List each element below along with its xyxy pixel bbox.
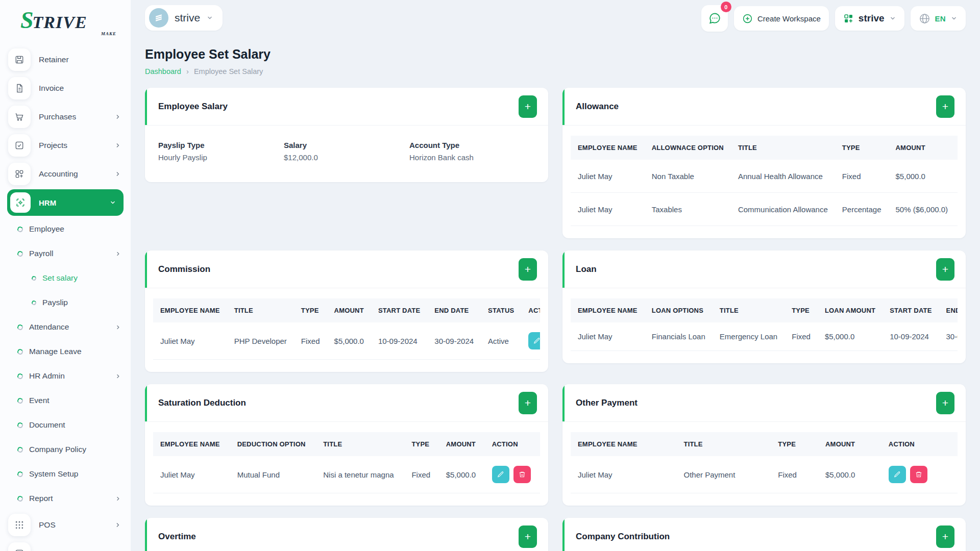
add-loan-button[interactable]: + [936,258,954,281]
retainer-icon [8,48,31,71]
edit-button[interactable] [492,466,509,483]
sidebar-item-projects[interactable]: Projects [0,131,131,160]
field-value: Hourly Payslip [158,153,284,162]
sidebar-item-employee[interactable]: Employee [0,217,131,241]
overtime-card-header: Overtime + [145,518,548,551]
sidebar-item-label: Payslip [42,298,121,307]
column-header: STATUS [481,298,521,322]
column-header: EMPLOYEE NAME [153,432,230,456]
add-commission-button[interactable]: + [519,258,537,281]
brand-tagline: MAKE [101,31,116,36]
edit-button[interactable] [889,466,906,483]
dot-icon [31,275,37,281]
column-header: TYPE [294,298,327,322]
sidebar-item-manage-leave[interactable]: Manage Leave [0,339,131,364]
language-selector[interactable]: EN [911,6,966,31]
breadcrumb-dashboard-link[interactable]: Dashboard [145,67,181,76]
sidebar-item-attendance[interactable]: Attendance [0,315,131,339]
saturation-deduction-card-header: Saturation Deduction + [145,384,548,422]
add-company-contribution-button[interactable]: + [936,525,954,548]
sidebar-item-hr-admin[interactable]: HR Admin [0,364,131,388]
cell-amount: $5,000.0 [439,456,485,493]
edit-button[interactable] [528,332,540,349]
dot-icon [17,470,24,478]
cell-deduction-option: Mutual Fund [230,456,316,493]
field-label: Account Type [409,141,535,149]
cell-employee-name: Juliet May [153,322,227,360]
sidebar-item-label: System Setup [29,469,121,479]
column-header: TITLE [677,432,771,456]
employee-salary-fields: Payslip Type Hourly Payslip Salary $12,0… [145,126,548,182]
workspace-selector[interactable]: strive [145,5,223,31]
cell-start-date: 10-09-2024 [371,322,427,360]
sidebar-item-event[interactable]: Event [0,388,131,413]
add-icon: + [525,397,531,409]
delete-button[interactable] [910,466,927,483]
cell-type: Percentage [835,193,889,226]
add-allowance-button[interactable]: + [936,95,954,118]
cell-amount: $5,000.0 [889,160,955,193]
sidebar-item-report[interactable]: Report [0,486,131,511]
cell-title: Annual Health Allowance [731,160,835,193]
sidebar-item-accounting[interactable]: Accounting [0,160,131,188]
card-title: Allowance [576,102,619,112]
column-header: EMPLOYEE NAME [571,136,645,160]
sidebar-item-payslip[interactable]: Payslip [0,290,131,315]
breadcrumb-current: Employee Set Salary [194,67,263,76]
cell-title: Communication Allowance [731,193,835,226]
loan-card: Loan + EMPLOYEE NAME LOAN OPTIONS TITLE … [562,251,966,363]
add-deduction-button[interactable]: + [519,392,537,414]
table-header-row: EMPLOYEE NAME ALLOWNACE OPTION TITLE TYP… [571,136,958,160]
sidebar-item-pos[interactable]: POS [0,511,131,539]
column-header: LOAN OPTIONS [645,298,713,322]
edit-icon [497,471,504,478]
dot-icon [17,446,24,453]
column-header: ACTION [521,298,540,322]
chevron-right-icon [114,113,121,120]
sidebar-item-document[interactable]: Document [0,413,131,437]
sidebar-item-label: Projects [39,141,114,150]
table-header-row: EMPLOYEE NAME TITLE TYPE AMOUNT START DA… [153,298,540,322]
commission-card-header: Commission + [145,251,548,288]
sidebar-item-hrm[interactable]: HRM [7,189,124,216]
brand-logo[interactable]: STRIVE MAKE [0,7,131,41]
sidebar-item-purchases[interactable]: Purchases [0,103,131,131]
add-overtime-button[interactable]: + [519,525,537,548]
column-header: TITLE [713,298,785,322]
sidebar-item-system-setup[interactable]: System Setup [0,462,131,486]
column-header: ACTION [955,136,958,160]
sidebar-item-payroll[interactable]: Payroll [0,241,131,266]
chevron-right-icon [115,373,121,380]
create-workspace-button[interactable]: Create Workspace [734,6,829,31]
app-switcher-button[interactable]: strive [835,6,904,31]
chevron-right-icon [114,521,121,529]
card-title: Overtime [158,532,196,542]
column-header: ACTION [485,432,540,456]
chat-button[interactable]: 0 [701,5,728,32]
sidebar-item-crm[interactable]: CRM [0,539,131,551]
cell-title: Nisi a tenetur magna [316,456,404,493]
crm-icon [8,542,31,551]
card-title: Other Payment [576,398,638,408]
sidebar-item-retainer[interactable]: Retainer [0,45,131,74]
topbar: strive 0 Create Workspace strive EN [145,0,966,32]
field-label: Payslip Type [158,141,284,149]
chevron-right-icon [115,495,121,502]
column-header: AMOUNT [327,298,371,322]
sidebar-item-invoice[interactable]: Invoice [0,74,131,103]
sidebar-item-company-policy[interactable]: Company Policy [0,437,131,462]
delete-button[interactable] [513,466,531,483]
column-header: START DATE [371,298,427,322]
add-other-payment-button[interactable]: + [936,392,954,414]
chat-badge: 0 [721,2,731,12]
column-header: TYPE [404,432,438,456]
add-salary-button[interactable]: + [519,95,537,118]
table-row: Juliet May Mutual Fund Nisi a tenetur ma… [153,456,540,493]
sidebar-item-set-salary[interactable]: Set salary [0,266,131,290]
sidebar-item-label: HRM [39,198,109,207]
dot-icon [17,421,24,429]
breadcrumb-separator-icon: › [186,67,189,76]
pos-icon [8,514,31,536]
hrm-icon [10,192,31,213]
column-header: EMPLOYEE NAME [153,298,227,322]
